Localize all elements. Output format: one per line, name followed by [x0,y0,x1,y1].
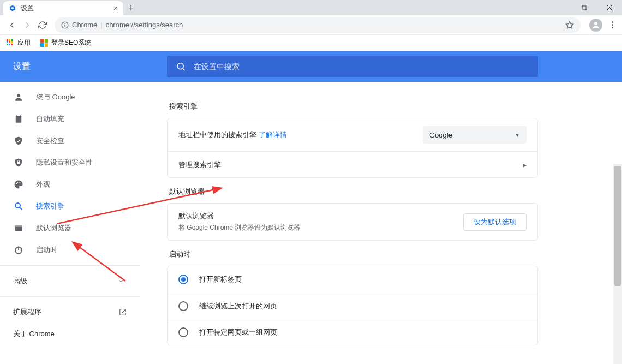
chevron-right-icon: ▸ [523,160,527,169]
omnibox-prefix: Chrome [72,21,97,29]
window-close-button[interactable] [597,0,622,15]
settings-search[interactable] [167,56,538,77]
svg-point-15 [16,183,17,184]
shield-lock-icon [13,158,24,168]
svg-point-18 [15,203,20,208]
apps-icon [7,39,14,47]
site-info-icon[interactable] [61,21,69,29]
address-bar[interactable]: Chrome | chrome://settings/search [55,17,581,33]
row-manage-search-engines[interactable]: 管理搜索引擎 ▸ [168,151,537,177]
section-title-on-startup: 启动时 [169,249,538,259]
svg-point-8 [594,22,597,25]
svg-line-19 [20,207,22,210]
new-tab-button[interactable]: + [123,1,139,15]
make-default-button[interactable]: 设为默认选项 [463,213,527,231]
svg-rect-1 [583,5,587,9]
sidebar-extensions[interactable]: 扩展程序 [0,301,140,323]
shield-check-icon [13,136,24,146]
window-restore-button[interactable] [572,0,597,15]
vertical-scrollbar[interactable] [613,164,622,364]
bookmark-bar: 应用 登录SEO系统 [0,35,622,51]
close-tab-icon[interactable]: × [113,4,118,13]
radio-button[interactable] [178,275,188,284]
browser-icon [13,223,24,233]
external-link-icon [119,308,127,316]
tab-title: 设置 [21,4,113,13]
profile-avatar[interactable] [589,19,602,32]
palette-icon [13,180,24,189]
reload-button[interactable] [35,17,50,33]
search-icon [176,61,186,72]
settings-content[interactable]: 搜索引擎 地址栏中使用的搜索引擎 了解详情 Google ▼ 管理搜索引擎 [140,82,622,364]
bookmark-favicon [40,39,48,47]
bookmark-seo[interactable]: 登录SEO系统 [40,38,91,47]
svg-rect-13 [17,115,20,116]
svg-rect-14 [17,162,20,164]
sidebar-item-autofill[interactable]: 自动填充 [0,108,140,130]
learn-more-link[interactable]: 了解详情 [259,130,287,139]
sidebar-item-on-startup[interactable]: 启动时 [0,239,140,261]
sidebar-item-privacy[interactable]: 隐私设置和安全性 [0,152,140,174]
svg-rect-6 [64,25,65,27]
sidebar-item-you-and-google[interactable]: 您与 Google [0,86,140,108]
section-title-default-browser: 默认浏览器 [169,187,538,196]
sidebar-advanced[interactable]: 高级 [0,270,140,292]
gear-icon [9,4,16,12]
sidebar-item-search-engine[interactable]: 搜索引擎 [0,195,140,217]
browser-tab[interactable]: 设置 × [3,1,123,15]
svg-rect-12 [16,115,22,123]
browser-toolbar: Chrome | chrome://settings/search [0,15,622,35]
sidebar-item-appearance[interactable]: 外观 [0,174,140,195]
forward-button[interactable] [20,17,35,33]
svg-point-5 [64,23,65,24]
bookmark-star-icon[interactable] [565,21,574,29]
apps-shortcut[interactable]: 应用 [7,38,31,47]
tab-bar: 设置 × + [0,0,622,15]
settings-title: 设置 [0,61,167,73]
svg-marker-7 [566,21,573,28]
settings-sidebar: 您与 Google 自动填充 安全检查 隐私设置和安全性 外观 搜索引擎 [0,82,140,364]
section-title-search-engine: 搜索引擎 [169,102,538,111]
person-icon [13,92,24,102]
startup-option-continue[interactable]: 继续浏览上次打开的网页 [168,293,537,319]
row-default-browser: 默认浏览器 将 Google Chrome 浏览器设为默认浏览器 设为默认选项 [168,204,537,240]
svg-rect-21 [15,225,22,227]
scrollbar-thumb[interactable] [614,166,621,286]
power-icon [13,245,24,255]
svg-point-11 [17,94,20,97]
dropdown-triangle-icon: ▼ [515,132,520,138]
svg-point-16 [17,182,19,183]
browser-menu-button[interactable] [607,21,618,29]
settings-header: 设置 [0,51,622,82]
svg-point-17 [19,182,20,183]
search-engine-select[interactable]: Google ▼ [423,126,527,144]
radio-button[interactable] [178,327,188,337]
radio-button[interactable] [178,301,188,311]
chevron-down-icon [118,278,124,284]
sidebar-item-safety-check[interactable]: 安全检查 [0,130,140,152]
svg-line-10 [183,69,184,70]
back-button[interactable] [4,17,20,33]
svg-rect-0 [582,6,586,10]
settings-search-input[interactable] [194,62,529,71]
startup-option-newtab[interactable]: 打开新标签页 [168,266,537,293]
startup-option-specific-pages[interactable]: 打开特定网页或一组网页 [168,319,537,345]
sidebar-about-chrome[interactable]: 关于 Chrome [0,323,140,345]
sidebar-item-default-browser[interactable]: 默认浏览器 [0,217,140,239]
row-address-bar-search-engine: 地址栏中使用的搜索引擎 了解详情 Google ▼ [168,118,537,151]
omnibox-url: chrome://settings/search [106,21,562,29]
clipboard-icon [13,114,24,124]
svg-point-9 [177,63,183,69]
search-icon [13,201,24,211]
